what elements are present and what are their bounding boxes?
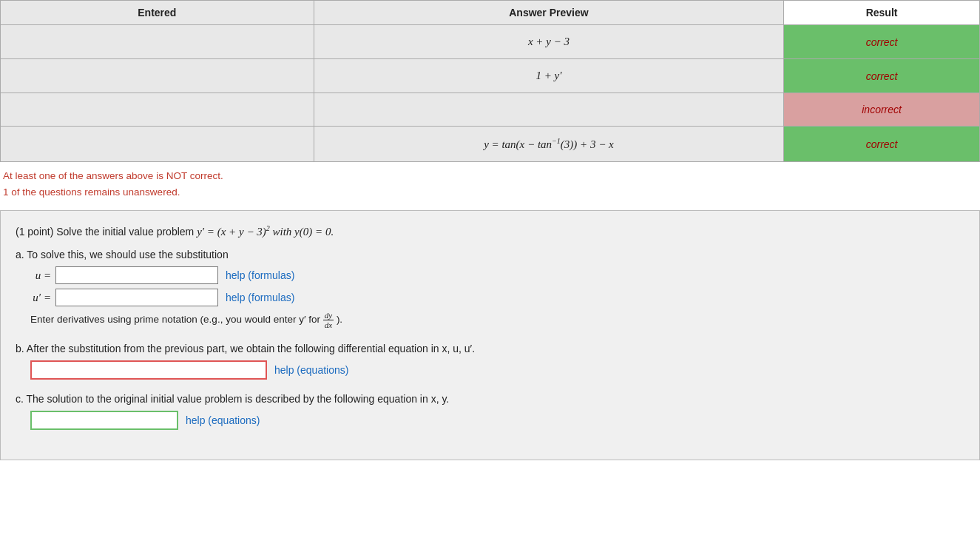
entered-cell-2	[1, 59, 314, 93]
part-a-label: a. To solve this, we should use the subs…	[16, 249, 964, 260]
u-input-row: u = help (formulas)	[30, 266, 964, 284]
entered-cell-3	[1, 93, 314, 127]
entered-cell-1	[1, 25, 314, 59]
results-table: Entered Answer Preview Result x + y − 3 …	[0, 0, 980, 162]
feedback-line2: 1 of the questions remains unanswered.	[3, 184, 977, 201]
u-prime-label: u′ =	[30, 292, 51, 304]
part-a-note: Enter derivatives using prime notation (…	[30, 311, 964, 329]
preview-cell-1: x + y − 3	[314, 25, 784, 59]
preview-cell-2: 1 + y′	[314, 59, 784, 93]
col-header-preview: Answer Preview	[314, 1, 784, 25]
result-cell-1: correct	[784, 25, 980, 59]
preview-math-4: y = tan(x − tan−1(3)) + 3 − x	[484, 138, 614, 150]
part-b-input[interactable]	[30, 360, 267, 380]
u-prime-input-row: u′ = help (formulas)	[30, 289, 964, 306]
preview-math-2: 1 + y′	[535, 70, 561, 81]
result-cell-3: incorrect	[784, 93, 980, 127]
problem-title: (1 point) Solve the initial value proble…	[16, 224, 964, 238]
part-b-input-row: help (equations)	[30, 360, 964, 380]
entered-cell-4	[1, 127, 314, 162]
part-b: b. After the substitution from the previ…	[16, 343, 964, 380]
preview-cell-3	[314, 93, 784, 127]
help-formulas-link-2[interactable]: help (formulas)	[226, 292, 294, 303]
table-row: y = tan(x − tan−1(3)) + 3 − x correct	[1, 127, 980, 162]
feedback-section: At least one of the answers above is NOT…	[0, 162, 980, 206]
col-header-result: Result	[784, 1, 980, 25]
help-equations-link-b[interactable]: help (equations)	[274, 364, 348, 376]
part-c-input-row: help (equations)	[30, 411, 964, 430]
result-label-4: correct	[866, 138, 898, 150]
col-header-entered: Entered	[1, 1, 314, 25]
result-label-2: correct	[866, 70, 898, 82]
result-label-1: correct	[866, 36, 898, 48]
problem-point-label: (1 point)	[16, 226, 53, 238]
result-cell-4: correct	[784, 127, 980, 162]
table-row: incorrect	[1, 93, 980, 127]
result-cell-2: correct	[784, 59, 980, 93]
part-c: c. The solution to the original initial …	[16, 393, 964, 430]
part-b-label: b. After the substitution from the previ…	[16, 343, 964, 354]
help-equations-link-c[interactable]: help (equations)	[186, 414, 260, 426]
problem-box: (1 point) Solve the initial value proble…	[0, 210, 980, 460]
result-label-3: incorrect	[862, 104, 902, 115]
part-a: a. To solve this, we should use the subs…	[16, 249, 964, 329]
help-formulas-link-1[interactable]: help (formulas)	[226, 269, 294, 281]
part-c-input[interactable]	[30, 411, 178, 430]
u-prime-input[interactable]	[55, 289, 218, 306]
problem-equation: y′ = (x + y − 3)2 with y(0) = 0.	[197, 226, 334, 238]
u-input[interactable]	[55, 266, 218, 284]
u-label: u =	[30, 269, 51, 282]
dy-dx: dy dx	[323, 313, 337, 325]
part-c-label: c. The solution to the original initial …	[16, 393, 964, 405]
preview-cell-4: y = tan(x − tan−1(3)) + 3 − x	[314, 127, 784, 162]
table-row: x + y − 3 correct	[1, 25, 980, 59]
feedback-line1: At least one of the answers above is NOT…	[3, 168, 977, 184]
preview-math-1: x + y − 3	[528, 36, 570, 47]
table-row: 1 + y′ correct	[1, 59, 980, 93]
